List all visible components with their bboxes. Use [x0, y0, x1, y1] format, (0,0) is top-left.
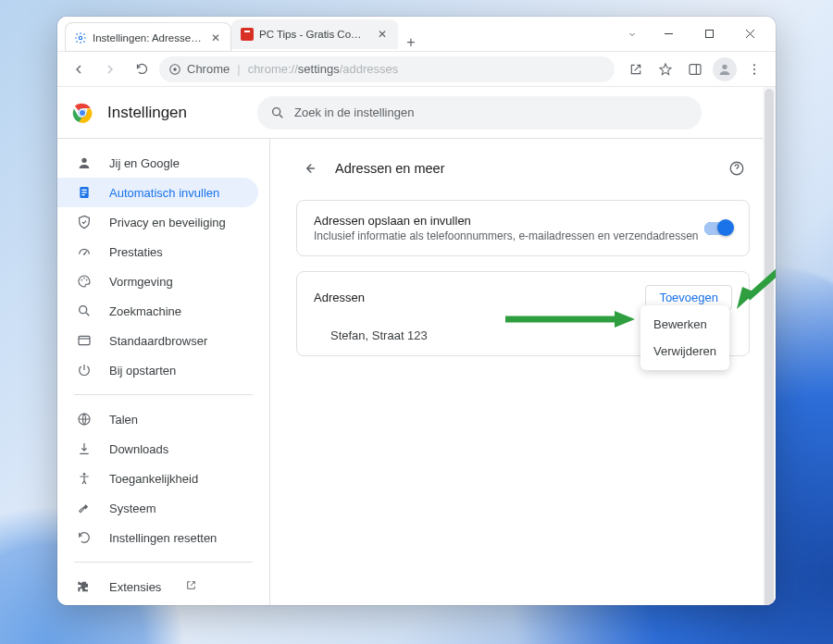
scrollbar[interactable]: [763, 87, 776, 605]
sidebar-label: Prestaties: [109, 245, 163, 259]
settings-search[interactable]: Zoek in de instellingen: [257, 96, 702, 130]
restore-icon: [76, 529, 93, 546]
sidebar-label: Bij opstarten: [109, 364, 176, 378]
sidebar-item-system[interactable]: Systeem: [57, 493, 258, 523]
download-icon: [76, 440, 93, 457]
svg-marker-32: [615, 311, 635, 328]
sidebar-label: Jij en Google: [109, 156, 180, 170]
profile-button[interactable]: [711, 56, 739, 83]
tab-pctips[interactable]: PC Tips - Gratis Computer Tips. ✕: [231, 19, 398, 49]
save-addresses-toggle[interactable]: [704, 222, 732, 235]
sidebar-item-accessibility[interactable]: Toegankelijkheid: [57, 464, 258, 493]
gear-icon: [74, 31, 87, 44]
share-icon[interactable]: [622, 56, 650, 83]
tab-title: Instellingen: Adressen en meer: [93, 32, 204, 43]
sidebar-item-privacy[interactable]: Privacy en beveiliging: [57, 207, 258, 237]
search-placeholder: Zoek in de instellingen: [294, 105, 414, 119]
tab-settings[interactable]: Instellingen: Adressen en meer ✕: [65, 22, 231, 52]
maximize-button[interactable]: [689, 21, 729, 47]
chrome-logo-icon: [72, 103, 93, 123]
back-button[interactable]: [65, 56, 93, 83]
annotation-arrow: [735, 268, 776, 309]
separator: [74, 394, 253, 395]
menu-icon[interactable]: [740, 56, 768, 83]
section-title: Adressen en meer: [335, 161, 711, 176]
external-link-icon: [185, 579, 197, 594]
sidebar-item-downloads[interactable]: Downloads: [57, 434, 258, 464]
close-icon[interactable]: ✕: [376, 28, 389, 41]
annotation-arrow: [505, 311, 635, 328]
reload-button[interactable]: [128, 56, 155, 83]
site-icon: [241, 28, 254, 41]
power-icon: [76, 362, 93, 378]
toolbar-actions: [618, 56, 768, 83]
sidebar-label: Systeem: [109, 502, 156, 515]
chrome-window: Instellingen: Adressen en meer ✕ PC Tips…: [57, 17, 776, 605]
close-icon[interactable]: ✕: [209, 31, 222, 44]
tab-title: PC Tips - Gratis Computer Tips.: [259, 29, 370, 40]
address-context-menu: Bewerken Verwijderen: [640, 305, 729, 370]
sidebar-item-autofill[interactable]: Automatisch invullen: [57, 178, 258, 207]
sidebar-item-reset[interactable]: Instellingen resetten: [57, 523, 258, 552]
sidebar-label: Toegankelijkheid: [109, 472, 198, 486]
svg-point-23: [86, 279, 88, 281]
section-header: Adressen en meer: [296, 155, 750, 181]
sidebar-label: Automatisch invullen: [109, 186, 219, 200]
wrench-icon: [76, 500, 93, 516]
svg-point-8: [753, 64, 755, 66]
palette-icon: [76, 273, 93, 290]
forward-button[interactable]: [96, 56, 124, 83]
new-tab-button[interactable]: +: [398, 34, 424, 51]
context-delete[interactable]: Verwijderen: [640, 338, 729, 365]
sidebar-item-appearance[interactable]: Vormgeving: [57, 266, 258, 296]
svg-point-14: [273, 107, 280, 115]
row-title: Adressen opslaan en invullen: [314, 214, 704, 228]
side-panel-icon[interactable]: [681, 56, 709, 83]
address-bar[interactable]: Chrome | chrome://settings/addresses: [159, 56, 615, 82]
svg-point-21: [81, 279, 83, 281]
svg-rect-19: [81, 194, 84, 195]
close-button[interactable]: [729, 21, 770, 47]
sidebar-label: Privacy en beveiliging: [109, 216, 226, 229]
sidebar-item-you-and-google[interactable]: Jij en Google: [57, 148, 258, 178]
svg-point-13: [79, 109, 85, 116]
svg-point-24: [80, 306, 87, 314]
sidebar-item-search-engine[interactable]: Zoekmachine: [57, 296, 258, 326]
sidebar-item-about[interactable]: Over Chrome: [57, 601, 258, 605]
svg-rect-6: [690, 64, 701, 74]
search-icon: [76, 303, 93, 319]
scrollbar-thumb[interactable]: [765, 89, 774, 605]
sidebar-label: Instellingen resetten: [109, 531, 217, 545]
toolbar: Chrome | chrome://settings/addresses: [57, 52, 776, 87]
svg-rect-3: [705, 31, 713, 38]
host-label: Chrome: [187, 62, 230, 76]
sidebar-label: Downloads: [109, 442, 168, 456]
sidebar-item-extensions[interactable]: Extensies: [57, 572, 258, 601]
back-arrow-button[interactable]: [296, 155, 322, 181]
svg-rect-1: [241, 28, 254, 41]
site-info-icon[interactable]: Chrome: [168, 62, 230, 76]
context-edit[interactable]: Bewerken: [640, 311, 729, 338]
speed-icon: [76, 243, 93, 260]
sidebar-item-languages[interactable]: Talen: [57, 404, 258, 434]
address-text: Stefan, Straat 123: [330, 328, 428, 342]
tab-search-button[interactable]: [616, 17, 648, 51]
sidebar-item-on-startup[interactable]: Bij opstarten: [57, 355, 258, 385]
bookmark-icon[interactable]: [652, 56, 679, 83]
settings-header: Instellingen Zoek in de instellingen: [57, 87, 776, 139]
help-icon[interactable]: [724, 155, 750, 181]
assignment-icon: [76, 184, 93, 201]
sidebar-item-default-browser[interactable]: Standaardbrowser: [57, 326, 258, 355]
sidebar-label: Talen: [109, 413, 138, 427]
save-addresses-card: Adressen opslaan en invullen Inclusief i…: [296, 200, 750, 256]
sidebar-item-performance[interactable]: Prestaties: [57, 237, 258, 266]
sidebar-label: Zoekmachine: [109, 304, 181, 318]
settings-page: Instellingen Zoek in de instellingen Jij…: [57, 87, 776, 605]
tab-strip: Instellingen: Adressen en meer ✕ PC Tips…: [57, 17, 616, 51]
url-text: chrome://settings/addresses: [248, 62, 399, 76]
person-icon: [76, 155, 93, 171]
minimize-button[interactable]: [648, 21, 689, 47]
svg-point-15: [81, 158, 86, 163]
settings-main: Adressen en meer Adressen opslaan en inv…: [270, 139, 776, 605]
row-subtitle: Inclusief informatie als telefoonnummers…: [314, 229, 704, 242]
